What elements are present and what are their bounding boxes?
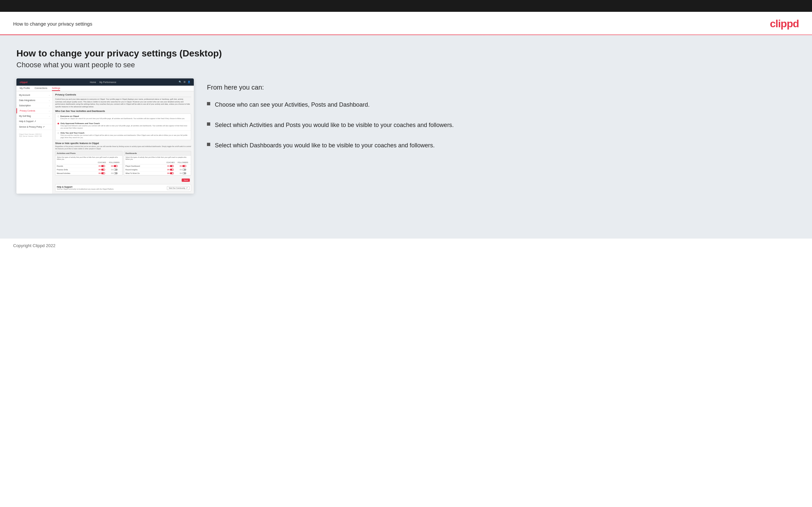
two-col-layout: clippd Home My Performance 🔍 ⊞ 👤 My Prof… [16,78,796,193]
from-here-label: From here you can: [207,84,796,91]
mock-topnav: clippd Home My Performance 🔍 ⊞ 👤 [16,78,194,86]
mock-row-practice: Practice Drills ON ON [55,168,122,172]
user-icon: 👤 [188,81,191,83]
mock-toggle-rounds-followers [114,165,117,167]
chevron-right-icon: › [49,115,50,117]
copyright-text: Copyright Clippd 2022 [13,243,55,248]
chevron-right-icon: › [49,110,50,112]
mock-who-title: Who Can See Your Activities and Dashboar… [55,110,191,112]
mock-help-desc: Visit our Clippd community to troublesho… [57,188,114,190]
mock-nav-home: Home [90,81,96,83]
mock-radio-coach-only: Only You and Your Coach Only you and the… [55,130,191,140]
mock-dashboards-header: Dashboards [124,151,191,156]
logo: clippd [770,18,799,30]
bullet-section: From here you can: Choose who can see yo… [207,78,796,150]
mock-row-manual: Manual Activities ON ON [55,172,122,175]
mock-main: Privacy Controls Control how you and you… [53,91,194,193]
bullet-text-1: Choose who can see your Activities, Post… [215,100,369,109]
mock-sidebar: My Account › Data Integrations › Subscri… [16,91,53,193]
mock-visit-community-button[interactable]: Visit Our Community ↗ [167,186,190,190]
bullet-item-2: Select which Activities and Posts you wo… [207,121,796,129]
mock-radio-dot-followers [57,123,59,124]
mock-show-hide-desc: Regardless of the privacy controls that … [55,146,191,150]
mock-help-section: Help & Support Visit our Clippd communit… [55,184,191,192]
mock-subnav-settings: Settings [52,87,60,91]
mock-dashboards-table: Dashboards Select the types of activity … [124,151,191,176]
mock-sidebar-version: Clippd Client Version: 2022.8.2SQL Serve… [16,131,52,139]
mock-subnav: My Profile Connections Settings [16,86,194,91]
mock-toggle-insights-coaches [170,169,174,171]
mock-help-title: Help & Support [57,186,114,188]
mock-save-row: Save [55,177,191,183]
main-content: How to change your privacy settings (Des… [0,35,812,238]
mock-show-hide-title: Show or hide specific features in Clippd [55,142,191,145]
mock-toggle-manual-followers [114,172,117,174]
mock-row-rounds: Rounds ON ON [55,164,122,168]
header: How to change your privacy settings clip… [0,12,812,35]
mock-radio-followers: Only Approved Followers and Your Coach O… [55,121,191,130]
mock-toggle-work-followers [182,172,186,174]
mock-toggle-tables: Activities and Posts Select the types of… [55,151,191,176]
mock-sidebar-data-integrations: Data Integrations › [16,98,52,103]
mock-toggle-practice-coaches [101,169,105,171]
external-link-icon: ↗ [186,187,188,189]
bullet-square-1 [207,102,210,105]
footer: Copyright Clippd 2022 [0,238,812,253]
mock-radio-everyone: Everyone on Clippd Everyone on Clippd ca… [55,114,191,121]
chevron-right-icon: › [49,105,50,107]
mock-sidebar-privacy-controls: Privacy Controls › [16,108,52,114]
mock-toggle-insights-followers [182,169,186,171]
mock-radio-dot-coach [57,132,59,134]
search-icon: 🔍 [179,81,182,83]
bullet-text-2: Select which Activities and Posts you wo… [215,121,454,129]
bullet-square-3 [207,143,210,146]
mock-logo: clippd [20,81,28,84]
chevron-right-icon: › [49,100,50,101]
mock-sidebar-service: Service & Privacy Policy ↗ [16,124,52,130]
grid-icon: ⊞ [184,81,186,83]
mock-sidebar-golf-bag: My Golf Bag › [16,114,52,119]
mock-sidebar-help: Help & Support ↗ [16,119,52,124]
mock-toggle-manual-coaches [101,172,105,174]
mock-privacy-desc: Control how you and your data appears to… [55,98,191,108]
mock-nav-performance: My Performance [99,81,116,83]
mock-row-player-dashboard: Player Dashboard ON ON [124,164,191,168]
chevron-right-icon: › [49,94,50,96]
bullet-text-3: Select which Dashboards you would like t… [215,141,435,150]
mock-dashboards-col-header: COACHES FOLLOWERS [124,161,191,164]
mock-row-round-insights: Round Insights ON ON [124,168,191,172]
content-subtitle: Choose what you want people to see [16,61,796,69]
mock-toggle-player-coaches [170,165,174,167]
mock-nav-icons: 🔍 ⊞ 👤 [179,81,191,83]
mock-activities-table: Activities and Posts Select the types of… [55,151,122,176]
mock-subnav-connections: Connections [35,87,47,91]
mock-sidebar-subscription: Subscription › [16,103,52,108]
mock-toggle-practice-followers [114,169,117,171]
mock-toggle-player-followers [182,165,186,167]
bullet-list: Choose who can see your Activities, Post… [207,100,796,150]
bullet-item-1: Choose who can see your Activities, Post… [207,100,796,109]
bullet-square-2 [207,122,210,126]
mock-radio-group: Everyone on Clippd Everyone on Clippd ca… [55,114,191,140]
mock-row-what-to-work: What To Work On ON ON [124,172,191,175]
content-title: How to change your privacy settings (Des… [16,48,796,59]
mock-nav-links: Home My Performance [90,81,116,83]
mock-radio-dot-everyone [57,115,59,117]
mock-save-button[interactable]: Save [182,178,190,182]
mock-subnav-profile: My Profile [20,87,30,91]
mock-privacy-title: Privacy Controls [55,93,191,97]
page-title: How to change your privacy settings [13,21,92,26]
bullet-item-3: Select which Dashboards you would like t… [207,141,796,150]
mock-activities-header: Activities and Posts [55,151,122,156]
mock-body: My Account › Data Integrations › Subscri… [16,91,194,193]
mock-toggle-rounds-coaches [101,165,105,167]
screenshot-mockup: clippd Home My Performance 🔍 ⊞ 👤 My Prof… [16,78,194,193]
mock-activities-col-header: COACHES FOLLOWERS [55,161,122,164]
top-bar [0,0,812,12]
mock-toggle-work-coaches [170,172,174,174]
mock-sidebar-my-account: My Account › [16,93,52,98]
